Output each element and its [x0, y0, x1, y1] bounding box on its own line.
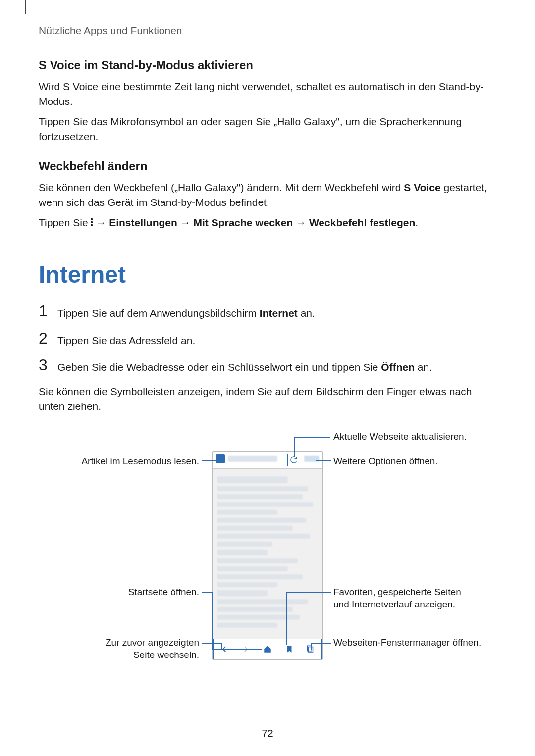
svoice-heading: S Voice im Stand-by-Modus aktivieren [39, 58, 496, 72]
weck-paragraph-2: Tippen Sie → Einstellungen → Mit Sprache… [39, 215, 496, 230]
callout-home: Startseite öffnen. [128, 586, 199, 599]
address-bar-blur [228, 456, 277, 462]
step-1: 1 Tippen Sie auf dem Anwendungsbildschir… [39, 303, 496, 321]
lead-line [294, 437, 295, 457]
step-2-text: Tippen Sie das Adressfeld an. [57, 330, 195, 349]
weck-arrow-2: → [177, 217, 194, 228]
browser-top-bar [213, 452, 322, 469]
weck-arrow-3: → [293, 217, 309, 228]
page-crop-mark [25, 0, 26, 14]
step-1-text: Tippen Sie auf dem Anwendungsbildschirm … [57, 303, 315, 321]
lead-line [202, 460, 216, 461]
weck-arrow-1: → [93, 217, 109, 228]
weck-bold-3: Weckbefehl festlegen [309, 217, 415, 228]
step1-b: an. [298, 307, 315, 319]
lead-line [316, 460, 331, 461]
read-mode-icon [216, 454, 225, 463]
callout-tabs: Webseiten-Fenstermanager öffnen. [333, 637, 481, 649]
lead-line [221, 643, 222, 650]
numbered-steps: 1 Tippen Sie auf dem Anwendungsbildschir… [39, 303, 496, 375]
callout-readmode: Artikel im Lesemodus lesen. [81, 455, 199, 468]
weck-p1-a: Sie können den Weckbefehl („Hallo Galaxy… [39, 182, 404, 193]
manual-page: Nützliche Apps und Funktionen S Voice im… [0, 0, 535, 756]
page-content-blur [217, 473, 318, 636]
step-number: 1 [39, 303, 50, 319]
bookmark-icon [285, 645, 294, 654]
weck-bold-2: Mit Sprache wecken [193, 217, 293, 228]
page-number: 72 [0, 727, 535, 739]
weck-p2-a: Tippen Sie [39, 217, 91, 228]
lead-line [311, 643, 331, 644]
step3-a: Geben Sie die Webadresse oder ein Schlüs… [57, 361, 381, 373]
internet-heading: Internet [39, 261, 496, 288]
lead-line [202, 592, 212, 593]
callout-refresh: Aktuelle Webseite aktualisieren. [333, 431, 467, 443]
step-3: 3 Geben Sie die Webadresse oder ein Schl… [39, 357, 496, 375]
lead-line [212, 592, 213, 649]
callout-back: Zur zuvor angezeigten Seite wechseln. [85, 637, 199, 661]
lead-line [294, 437, 330, 438]
weck-p1-bold: S Voice [404, 182, 440, 193]
weck-heading: Weckbefehl ändern [39, 159, 496, 173]
step-3-text: Geben Sie die Webadresse oder ein Schlüs… [57, 357, 432, 375]
step-number: 3 [39, 357, 50, 373]
step-number: 2 [39, 330, 50, 346]
weck-end: . [415, 217, 418, 228]
lead-line [202, 643, 221, 644]
step1-bold: Internet [260, 307, 298, 319]
browser-diagram: Aktuelle Webseite aktualisieren. Artikel… [39, 431, 494, 668]
callout-more: Weitere Optionen öffnen. [333, 455, 438, 468]
step1-a: Tippen Sie auf dem Anwendungsbildschirm [57, 307, 260, 319]
breadcrumb: Nützliche Apps und Funktionen [39, 25, 496, 37]
after-list-paragraph: Sie können die Symbolleisten anzeigen, i… [39, 384, 496, 414]
step-2: 2 Tippen Sie das Adressfeld an. [39, 330, 496, 349]
phone-mockup [212, 451, 323, 660]
weck-paragraph-1: Sie können den Weckbefehl („Hallo Galaxy… [39, 180, 496, 210]
step3-b: an. [415, 361, 432, 373]
svoice-paragraph-2: Tippen Sie das Mikrofonsymbol an oder sa… [39, 114, 496, 145]
svoice-paragraph-1: Wird S Voice eine bestimmte Zeit lang ni… [39, 79, 496, 109]
weck-bold-1: Einstellungen [109, 217, 177, 228]
home-icon [263, 645, 272, 654]
step3-bold: Öffnen [381, 361, 415, 373]
lead-line [212, 649, 262, 650]
lead-line [286, 592, 331, 593]
lead-line [286, 592, 287, 645]
lead-line [311, 643, 312, 650]
callout-bookmarks: Favoriten, gespeicherte Seiten und Inter… [333, 586, 477, 610]
